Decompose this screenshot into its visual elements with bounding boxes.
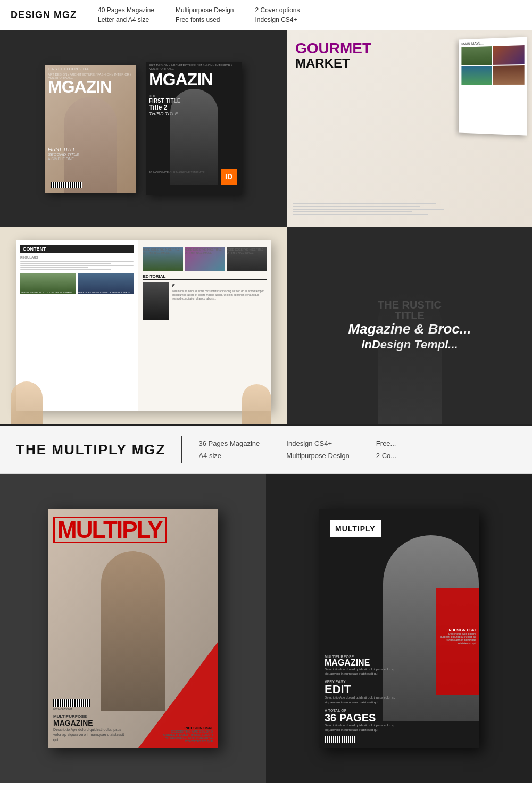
product-info-bar: THE MULTIPLY MGZ 36 Pages Magazine A4 si…	[0, 424, 532, 474]
toc-line	[20, 269, 111, 270]
multiply-header-white: MULTIPLY	[330, 520, 381, 537]
spec-cover-line1: 2 Cover options	[255, 5, 300, 15]
grid-img-3: HERE GOES THE NICE TITLE OF THIS NICE IM…	[227, 247, 267, 271]
multiply-right: MULTIPLY INDESIGN CS4+ Descriptio Ape do…	[266, 474, 532, 783]
gourmet-spread: GOURMET MARKET MAIN MAYL...	[287, 30, 532, 227]
editorial-section: F Lorem ipsum dolor sit amet consectetur…	[143, 282, 267, 320]
cover2-heading-2: EDIT	[325, 684, 473, 695]
indesign-text: INDESIGN CS4+	[160, 726, 213, 730]
multiply-cover-2: MULTIPLY INDESIGN CS4+ Descriptio Ape do…	[319, 509, 479, 748]
section-content-left: CONTENT REGULARS HERE GOES THE NICE TITL…	[0, 227, 287, 424]
spec-pages-line1: 40 Pages Magazine	[98, 5, 154, 15]
multiply-bottom-title: MAGAZINE	[53, 719, 128, 727]
multiply-bottom-text: MULTIPURPOSE MAGAZINE Descriptio Ape dol…	[53, 714, 128, 743]
cover1-first-title: FIRST TITLE	[48, 147, 79, 152]
caption1: HERE GOES THE NICE TITLE OF THIS NICE IM…	[21, 291, 76, 294]
spec-2-line2: Multipurpose Design	[286, 451, 350, 461]
content-small-grid: HERE GOES THE NICE TITLE OF THIS NICE IM…	[20, 273, 134, 294]
cover1-simple: A SIMPLE ONE	[48, 157, 79, 161]
magazine-cover-1: FIRST EDITION 2014 ART DESIGN / ARCHITEC…	[45, 65, 136, 193]
indesign-badge-text: INDESIGN CS4+	[439, 628, 476, 632]
multiply-bottom-label: MULTIPURPOSE	[53, 714, 128, 719]
spec-1-line1: 36 Pages Magazine	[198, 438, 260, 449]
header-bar: DESIGN MGZ 40 Pages Magazine Letter and …	[0, 0, 532, 30]
content-header: CONTENT	[20, 245, 134, 253]
regulars-label: REGULARS	[20, 256, 134, 259]
cover2-header-text: MULTIPLY	[335, 525, 376, 533]
section-multiply: MULTIPLY 0007456786001 MULTIPURPOSE MAGA…	[0, 474, 532, 783]
brand-title: DESIGN MGZ	[11, 10, 77, 21]
grid-caption2: HERE GOES THE NICE TITLE OF THIN NICE IM…	[185, 248, 225, 254]
cover2-desc-2: Descriptio Ape dolord quidesti dolut ips…	[325, 695, 404, 704]
cover2-section-1: MULTIPURPOSE MAGAZINE Descriptio Ape dol…	[325, 655, 473, 676]
spec-col-2: Indesign CS4+ Multipurpose Design	[286, 438, 350, 461]
header-specs: 40 Pages Magazine Letter and A4 size Mul…	[98, 5, 300, 24]
gourmet-page-spread: MAIN MAYL...	[459, 37, 527, 135]
cover1-figure	[64, 97, 117, 193]
spec-3-line1: Free...	[376, 438, 396, 449]
grid-caption3: HERE GOES THE NICE TITLE OF THIS NICE IM…	[227, 248, 267, 254]
section-content: CONTENT REGULARS HERE GOES THE NICE TITL…	[0, 227, 532, 424]
magazine-spread-open: CONTENT REGULARS HERE GOES THE NICE TITL…	[16, 240, 271, 411]
magazine-cover-2: ART DESIGN / ARCHITECTURE / FASHION / IN…	[146, 62, 242, 195]
cover2-section-3: A TOTAL OF 36 PAGES Descriptio Ape dolor…	[325, 709, 473, 732]
editorial-text: F Lorem ipsum dolor sit amet consectetur…	[172, 282, 267, 320]
cover2-heading-3: 36 PAGES	[325, 712, 473, 723]
caption2: HERE GOES THE NICE TITLE OF THIS NICE IM…	[78, 291, 133, 294]
editorial-photo	[143, 282, 169, 320]
product-specs: 36 Pages Magazine A4 size Indesign CS4+ …	[198, 438, 396, 461]
cover2-title: MGAZIN	[146, 72, 242, 87]
cover2-figure	[170, 89, 218, 185]
content-toc	[20, 261, 134, 270]
indesign-badge-desc: Descriptio Ape dolord quidesti dolut ips…	[439, 632, 476, 645]
gourmet-title: GOURMET MARKET	[295, 41, 371, 71]
cover1-second-title: SECOND TITLE	[48, 152, 79, 157]
toc-line	[20, 265, 134, 266]
multiply-cover-1: MULTIPLY 0007456786001 MULTIPURPOSE MAGA…	[48, 509, 218, 748]
grid-caption1: HERE GOES THE NICE TITLE OF THIS NICE IM…	[143, 248, 183, 254]
cover2-header-area: MULTIPLY	[319, 509, 479, 545]
product-divider	[181, 436, 182, 463]
spec-2-line1: Indesign CS4+	[286, 438, 350, 449]
id-badge: ID	[221, 169, 237, 185]
section-top-left: FIRST EDITION 2014 ART DESIGN / ARCHITEC…	[0, 30, 287, 227]
product-title: THE MULTIPLY MGZ	[16, 442, 165, 458]
cover2-section-2: VERY EASY EDIT Descriptio Ape dolord qui…	[325, 680, 473, 704]
spec-col-1: 36 Pages Magazine A4 size	[198, 438, 260, 461]
image-grid: HERE GOES THE NICE TITLE OF THIS NICE IM…	[143, 247, 267, 271]
cover2-heading-1: MAGAZINE	[325, 659, 473, 667]
multiply-desc: Descriptio Ape dolord quidesti dolut ips…	[53, 727, 128, 743]
cover2-desc-3: Descriptio Ape dolord quidesti dolut ips…	[325, 723, 404, 732]
section-top-right: GOURMET MARKET MAIN MAYL...	[287, 30, 532, 227]
spec-design-line2: Free fonts used	[176, 15, 234, 24]
editorial-header: EDITORIAL	[143, 274, 267, 280]
indesign-label-1: INDESIGN CS4+ Descriptio Ape dolord quid…	[160, 726, 213, 743]
gourmet-subtitle: MARKET	[295, 56, 371, 71]
spec-pages-line2: Letter and A4 size	[98, 15, 154, 24]
cover1-edition: FIRST EDITION 2014	[45, 65, 136, 73]
content-right-figure	[378, 291, 442, 424]
toc-line	[20, 261, 134, 262]
multiply-title-1: MULTIPLY	[57, 518, 162, 542]
spec-cover: 2 Cover options Indesign CS4+	[255, 5, 300, 24]
spec-design-line1: Multipurpose Design	[176, 5, 234, 15]
cover2-desc-1: Descriptio Ape dolord quidesti dolut ips…	[325, 667, 404, 676]
toc-line	[20, 263, 111, 264]
spec-design: Multipurpose Design Free fonts used	[176, 5, 234, 24]
spec-1-line2: A4 size	[198, 451, 260, 461]
cover1-title: MGAZIN	[45, 79, 136, 95]
content-img-1: HERE GOES THE NICE TITLE OF THIS NICE IM…	[20, 273, 76, 294]
content-img-2: HERE GOES THE NICE TITLE OF THIS NICE IM…	[78, 273, 134, 294]
cover1-barcode	[51, 182, 82, 188]
barcode-img	[53, 699, 90, 707]
grid-img-1: HERE GOES THE NICE TITLE OF THIS NICE IM…	[143, 247, 183, 271]
grid-img-2: HERE GOES THE NICE TITLE OF THIN NICE IM…	[185, 247, 225, 271]
multiply-left: MULTIPLY 0007456786001 MULTIPURPOSE MAGA…	[0, 474, 266, 783]
indesign-badge: INDESIGN CS4+ Descriptio Ape dolord quid…	[439, 628, 476, 645]
hand-right	[242, 384, 271, 424]
editorial-block: EDITORIAL F Lorem ipsum dolor sit amet c…	[143, 274, 267, 320]
section-content-right: THE RUSTIC TITLE Magazine & Broc... InDe…	[287, 227, 532, 424]
indesign-desc: Descriptio Ape dolord quidesti dolut ips…	[160, 730, 213, 743]
cover2-barcode	[325, 736, 356, 743]
section-top: FIRST EDITION 2014 ART DESIGN / ARCHITEC…	[0, 30, 532, 227]
